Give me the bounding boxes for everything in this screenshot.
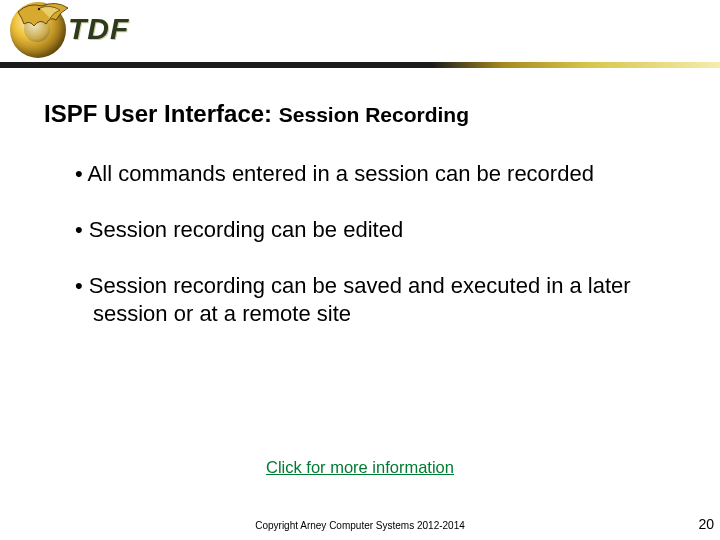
copyright-text: Copyright Arney Computer Systems 2012-20… xyxy=(0,520,720,531)
slide-header: TDF xyxy=(0,0,720,68)
eagle-icon xyxy=(16,2,70,40)
logo: TDF xyxy=(10,2,66,58)
svg-point-0 xyxy=(38,8,40,10)
header-divider xyxy=(0,62,720,68)
bullet-item: Session recording can be saved and execu… xyxy=(75,272,665,328)
slide-title: ISPF User Interface: Session Recording xyxy=(44,100,469,128)
bullet-list: All commands entered in a session can be… xyxy=(75,160,665,357)
slide: TDF ISPF User Interface: Session Recordi… xyxy=(0,0,720,540)
more-info-link-wrap: Click for more information xyxy=(0,458,720,477)
title-sub: Session Recording xyxy=(279,103,469,126)
page-number: 20 xyxy=(698,516,714,532)
title-main: ISPF User Interface: xyxy=(44,100,272,127)
bullet-item: All commands entered in a session can be… xyxy=(75,160,665,188)
bullet-item: Session recording can be edited xyxy=(75,216,665,244)
more-info-link[interactable]: Click for more information xyxy=(266,458,454,476)
logo-text: TDF xyxy=(68,12,129,46)
